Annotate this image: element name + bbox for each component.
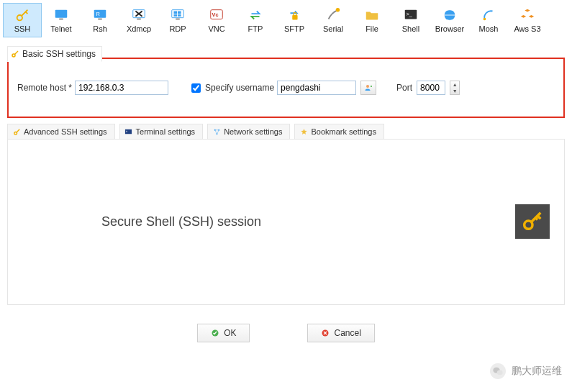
remote-host-input[interactable] xyxy=(75,81,168,95)
svg-line-37 xyxy=(535,217,537,219)
session-type-label: Mosh xyxy=(479,24,499,33)
session-type-label: File xyxy=(366,24,378,33)
session-type-label: Shell xyxy=(402,24,419,33)
basic-ssh-tab-label: Basic SSH settings xyxy=(22,49,96,59)
svg-point-19 xyxy=(336,8,340,12)
session-type-ssh[interactable]: SSH xyxy=(3,3,42,37)
tab-label: Terminal settings xyxy=(136,127,196,136)
session-type-rsh[interactable]: R Rsh xyxy=(81,3,119,37)
monitor-x-icon xyxy=(131,7,147,23)
specify-username-label: Specify username xyxy=(205,83,274,93)
cubes-icon xyxy=(519,7,535,23)
globe-icon xyxy=(442,7,458,23)
session-type-vnc[interactable]: Vc VNC xyxy=(197,3,236,37)
svg-rect-9 xyxy=(137,19,141,20)
session-type-label: Xdmcp xyxy=(127,24,151,33)
watermark: 鹏大师运维 xyxy=(490,363,562,379)
svg-point-41 xyxy=(497,370,503,375)
svg-rect-3 xyxy=(55,10,68,18)
svg-point-23 xyxy=(484,18,486,21)
monitor-prompt-icon: R xyxy=(92,7,108,23)
satellite-icon xyxy=(481,7,496,23)
tab-label: Network settings xyxy=(224,127,282,136)
svg-line-28 xyxy=(17,129,19,132)
tab-network[interactable]: Network settings xyxy=(207,124,290,139)
ok-button[interactable]: OK xyxy=(197,324,250,342)
tab-bookmark[interactable]: Bookmark settings xyxy=(294,124,383,139)
session-type-label: VNC xyxy=(208,24,224,33)
serial-plug-icon xyxy=(325,7,341,23)
session-title: Secure Shell (SSH) session xyxy=(101,214,261,229)
ok-label: OK xyxy=(224,328,236,338)
session-type-shell[interactable]: >_ Shell xyxy=(391,3,430,37)
spinner-down-icon[interactable]: ▼ xyxy=(450,88,459,94)
vnc-icon: Vc xyxy=(209,7,224,23)
star-icon xyxy=(299,127,308,136)
session-type-awss3[interactable]: Aws S3 xyxy=(508,3,547,37)
session-type-serial[interactable]: Serial xyxy=(314,3,353,37)
svg-rect-11 xyxy=(174,12,178,14)
monitor-icon xyxy=(53,7,69,23)
tab-label: Bookmark settings xyxy=(311,127,376,136)
network-icon xyxy=(212,127,221,136)
terminal-icon: >_ xyxy=(403,7,419,23)
svg-point-26 xyxy=(366,85,369,88)
key-icon xyxy=(11,50,19,58)
svg-rect-10 xyxy=(172,10,184,18)
session-type-telnet[interactable]: Telnet xyxy=(42,3,81,37)
username-input[interactable] xyxy=(277,81,356,95)
session-icon-button[interactable] xyxy=(515,204,550,239)
svg-line-2 xyxy=(26,12,28,14)
session-type-label: Aws S3 xyxy=(514,24,540,33)
port-spinner[interactable]: ▲ ▼ xyxy=(450,81,460,95)
session-type-label: Serial xyxy=(323,24,343,33)
session-type-label: Telnet xyxy=(50,24,71,33)
ftp-arrows-icon xyxy=(248,7,263,23)
tab-terminal[interactable]: > Terminal settings xyxy=(119,124,204,139)
session-type-bar: SSH Telnet R Rsh Xdmcp RDP Vc VNC FTP xyxy=(0,0,572,37)
svg-text:R: R xyxy=(96,11,100,17)
basic-row: Remote host * Specify username Port ▲ ▼ xyxy=(17,81,555,95)
key-icon xyxy=(520,209,545,235)
check-circle-icon xyxy=(211,329,219,337)
folder-icon xyxy=(364,7,380,23)
tab-label: Advanced SSH settings xyxy=(24,127,107,136)
specify-username-checkbox[interactable] xyxy=(191,83,201,93)
user-icon xyxy=(364,83,373,92)
key-icon xyxy=(12,127,21,136)
close-circle-icon xyxy=(321,329,330,337)
svg-point-0 xyxy=(17,15,22,20)
svg-rect-7 xyxy=(98,19,102,20)
port-input[interactable] xyxy=(417,81,445,95)
key-icon xyxy=(14,7,30,23)
session-type-label: Browser xyxy=(435,24,464,33)
session-type-browser[interactable]: Browser xyxy=(430,3,469,37)
svg-text:>_: >_ xyxy=(407,11,413,17)
basic-ssh-panel: Basic SSH settings Remote host * Specify… xyxy=(7,58,565,118)
svg-point-34 xyxy=(525,221,532,229)
tab-advanced-ssh[interactable]: Advanced SSH settings xyxy=(7,124,115,139)
main-content: Secure Shell (SSH) session xyxy=(7,140,565,305)
session-type-label: Rsh xyxy=(93,24,107,33)
session-type-mosh[interactable]: Mosh xyxy=(469,3,508,37)
svg-point-27 xyxy=(14,132,17,135)
port-label: Port xyxy=(396,83,412,93)
cancel-button[interactable]: Cancel xyxy=(307,324,374,342)
basic-ssh-tab[interactable]: Basic SSH settings xyxy=(7,46,102,62)
spinner-up-icon[interactable]: ▲ xyxy=(450,81,459,88)
user-picker-button[interactable] xyxy=(360,81,376,95)
cancel-label: Cancel xyxy=(334,328,360,338)
svg-line-25 xyxy=(15,51,19,55)
settings-tabs: Advanced SSH settings > Terminal setting… xyxy=(7,124,565,140)
svg-rect-18 xyxy=(292,15,297,19)
session-type-file[interactable]: File xyxy=(353,3,391,37)
session-type-rdp[interactable]: RDP xyxy=(158,3,197,37)
session-type-ftp[interactable]: FTP xyxy=(236,3,275,37)
svg-rect-14 xyxy=(178,14,181,17)
svg-rect-15 xyxy=(176,19,180,20)
session-type-label: SFTP xyxy=(284,24,304,33)
remote-host-label: Remote host * xyxy=(17,83,72,93)
session-type-xdmcp[interactable]: Xdmcp xyxy=(119,3,158,37)
monitor-windows-icon xyxy=(170,7,186,23)
session-type-sftp[interactable]: SFTP xyxy=(275,3,314,37)
